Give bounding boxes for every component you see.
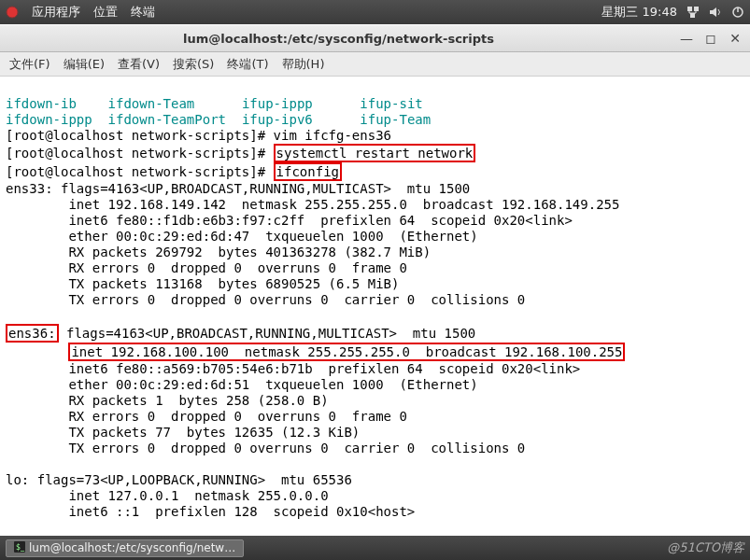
ens33-rx-errors: RX errors 0 dropped 0 overruns 0 frame 0 — [6, 260, 407, 275]
menu-applications[interactable]: 应用程序 — [32, 4, 80, 21]
taskbar-entry-label: lum@localhost:/etc/sysconfig/netw… — [29, 541, 235, 554]
terminal-icon: $_ — [14, 541, 25, 555]
menu-places[interactable]: 位置 — [93, 4, 118, 21]
file-ifup-ipv6: ifup-ipv6 — [242, 112, 313, 127]
ens36-tx-packets: TX packets 77 bytes 12635 (12.3 KiB) — [6, 425, 360, 440]
network-icon[interactable] — [686, 6, 700, 19]
distro-logo-icon — [6, 6, 19, 19]
lo-inet6: inet6 ::1 prefixlen 128 scopeid 0x10<hos… — [6, 504, 415, 519]
svg-text:$_: $_ — [16, 543, 25, 552]
svg-rect-1 — [687, 7, 692, 11]
terminal-menubar: 文件(F) 编辑(E) 查看(V) 搜索(S) 终端(T) 帮助(H) — [0, 52, 750, 77]
svg-rect-2 — [694, 7, 699, 11]
file-ifup-Team: ifup-Team — [360, 112, 431, 127]
ens33-inet6: inet6 fe80::f1db:e6b3:f97:c2ff prefixlen… — [6, 213, 573, 228]
lo-inet: inet 127.0.0.1 netmask 255.0.0.0 — [6, 488, 329, 503]
ens33-rx-packets: RX packets 269792 bytes 401363278 (382.7… — [6, 245, 431, 259]
gnome-taskbar: $_ lum@localhost:/etc/sysconfig/netw… @5… — [0, 536, 750, 560]
menu-file[interactable]: 文件(F) — [9, 56, 50, 73]
close-button[interactable]: ✕ — [728, 31, 743, 46]
terminal-output[interactable]: ifdown-ib ifdown-Team ifup-ippp ifup-sit… — [0, 77, 750, 520]
ens36-inet6: inet6 fe80::a569:b705:54e6:b71b prefixle… — [6, 361, 580, 376]
highlight-ens36-inet: inet 192.168.100.100 netmask 255.255.255… — [68, 343, 625, 361]
svg-marker-4 — [710, 7, 716, 17]
file-ifdown-ib: ifdown-ib — [6, 96, 77, 111]
menu-search[interactable]: 搜索(S) — [173, 56, 214, 73]
file-ifdown-Team: ifdown-Team — [108, 96, 195, 111]
taskbar-entry-terminal[interactable]: $_ lum@localhost:/etc/sysconfig/netw… — [6, 539, 244, 557]
file-ifdown-ippp: ifdown-ippp — [6, 112, 92, 127]
gnome-top-panel: 应用程序 位置 终端 星期三 19:48 — [0, 0, 750, 24]
file-ifup-ippp: ifup-ippp — [242, 96, 313, 111]
highlight-ens36-label: ens36: — [6, 324, 59, 343]
ens36-tx-errors: TX errors 0 dropped 0 overruns 0 carrier… — [6, 441, 525, 455]
window-title-text: lum@localhost:/etc/sysconfig/network-scr… — [7, 32, 670, 46]
ens36-ether: ether 00:0c:29:ed:6d:51 txqueuelen 1000 … — [6, 377, 478, 392]
ens36-rx-packets: RX packets 1 bytes 258 (258.0 B) — [6, 393, 329, 408]
ens33-header: ens33: flags=4163<UP,BROADCAST,RUNNING,M… — [6, 181, 470, 196]
ens33-tx-errors: TX errors 0 dropped 0 overruns 0 carrier… — [6, 292, 525, 307]
menu-edit[interactable]: 编辑(E) — [64, 56, 105, 73]
watermark-text: @51CTO博客 — [667, 539, 744, 556]
ens33-tx-packets: TX packets 113168 bytes 6890525 (6.5 MiB… — [6, 276, 399, 291]
ens36-header: flags=4163<UP,BROADCAST,RUNNING,MULTICAS… — [59, 326, 476, 341]
power-icon[interactable] — [731, 6, 744, 19]
menu-terminal[interactable]: 终端(T) — [227, 56, 268, 73]
highlight-ifconfig: ifconfig — [274, 162, 342, 181]
svg-point-0 — [7, 7, 18, 18]
prompt-line-3: [root@localhost network-scripts]# — [6, 164, 274, 179]
prompt-vim-line: [root@localhost network-scripts]# vim if… — [6, 128, 391, 143]
file-ifup-sit: ifup-sit — [360, 96, 422, 111]
window-titlebar: lum@localhost:/etc/sysconfig/network-scr… — [0, 24, 750, 52]
prompt-line-2: [root@localhost network-scripts]# — [6, 146, 274, 161]
clock[interactable]: 星期三 19:48 — [601, 4, 677, 21]
ens33-ether: ether 00:0c:29:ed:6d:47 txqueuelen 1000 … — [6, 229, 478, 244]
ens36-rx-errors: RX errors 0 dropped 0 overruns 0 frame 0 — [6, 409, 407, 424]
minimize-button[interactable]: — — [679, 31, 694, 46]
menu-help[interactable]: 帮助(H) — [282, 56, 325, 73]
menu-view[interactable]: 查看(V) — [118, 56, 160, 73]
menu-terminal[interactable]: 终端 — [131, 4, 155, 21]
maximize-button[interactable]: ◻ — [703, 31, 718, 46]
file-ifdown-TeamPort: ifdown-TeamPort — [108, 112, 226, 127]
ens33-inet: inet 192.168.149.142 netmask 255.255.255… — [6, 197, 619, 212]
svg-rect-3 — [690, 13, 695, 18]
lo-header: lo: flags=73<UP,LOOPBACK,RUNNING> mtu 65… — [6, 472, 352, 487]
volume-icon[interactable] — [709, 6, 722, 19]
highlight-systemctl: systemctl restart network — [274, 144, 476, 162]
